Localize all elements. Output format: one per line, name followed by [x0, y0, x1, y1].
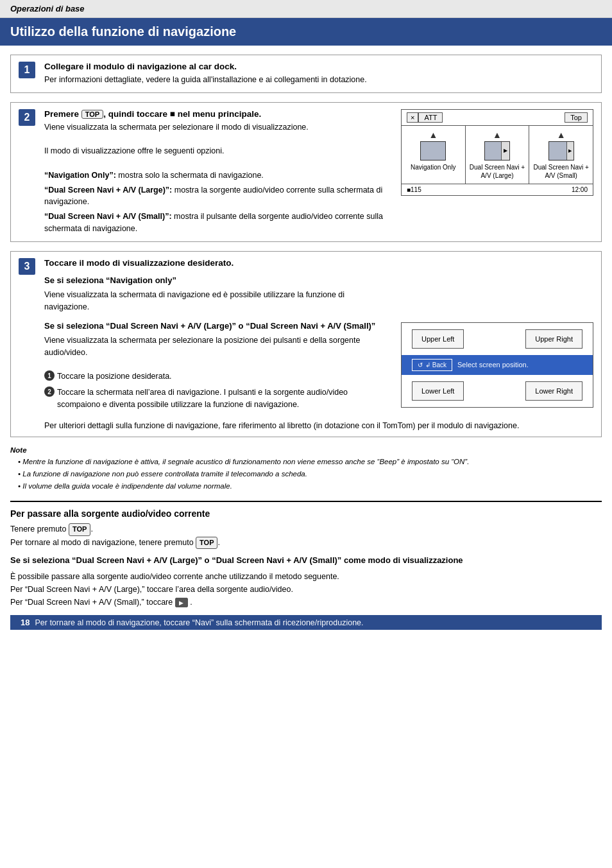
circle-item-2: 2 Toccare la schermata nell’area di navi…: [44, 386, 391, 411]
diag-mode-dual-large[interactable]: ▲ ▶ Dual Screen Navi + A/V (Large): [466, 126, 530, 184]
pos-middle-row: ↺ ↲ Back Select screen position.: [402, 355, 593, 375]
lower-right-btn[interactable]: Lower Right: [525, 381, 582, 401]
small-icon: ▶: [175, 598, 188, 607]
back-btn[interactable]: ↺ ↲ Back: [412, 359, 452, 371]
step-1-title: Collegare il modulo di navigazione al ca…: [44, 62, 593, 71]
top-badge-2: TOP: [69, 523, 90, 536]
sub-title-nav-only: Se si seleziona “Navigation only”: [44, 274, 391, 287]
step-2-text: Premere TOP, quindi toccare ■ nel menu p…: [44, 109, 391, 235]
per-passare-dual-small: Per “Dual Screen Navi + A/V (Small),” to…: [10, 596, 602, 609]
upper-right-btn[interactable]: Upper Right: [525, 329, 582, 349]
dual-small-label: Dual Screen Navi + A/V (Small): [532, 163, 590, 180]
note-title: Note: [10, 446, 602, 454]
diag-mode-dual-small[interactable]: ▲ ▶ Dual Screen Navi + A/V (Small): [529, 126, 593, 184]
step-1-body: Per informazioni dettagliate, vedere la …: [44, 74, 593, 86]
step-3-number: 3: [19, 258, 35, 275]
diag-modes-row: ▲ Navigation Only ▲: [402, 126, 593, 184]
step-1-content: Collegare il modulo di navigazione al ca…: [44, 62, 593, 86]
diag-top-bar: × ATT Top: [402, 110, 593, 126]
dual-small-icon: ▶: [548, 141, 574, 161]
step-2-diagram: × ATT Top ▲ N: [401, 109, 593, 235]
select-text: Select screen position.: [457, 361, 529, 369]
diag-close-btn[interactable]: ×: [407, 112, 418, 123]
step-2-intro: Viene visualizzata la schermata per sele…: [44, 121, 391, 134]
step-2: 2 Premere TOP, quindi toccare ■ nel menu…: [10, 102, 602, 242]
pos-top-row: Upper Left Upper Right: [402, 323, 593, 355]
per-passare-bold: Se si seleziona “Dual Screen Navi + A/V …: [10, 554, 602, 568]
header-title: Utilizzo della funzione di navigazione: [0, 18, 612, 46]
per-passare-dual-large: Per “Dual Screen Navi + A/V (Large),” to…: [10, 583, 602, 596]
nav-only-label: Navigation Only: [404, 163, 463, 171]
note-section: Note Mentre la funzione di navigazione è…: [10, 446, 602, 492]
step-3: 3 Toccare il modo di visualizzazione des…: [10, 251, 602, 437]
bottom-bar: 18 Per tornare al modo di navigazione, t…: [10, 615, 602, 630]
subtitle-text: Operazioni di base: [10, 4, 85, 13]
main-content: 1 Collegare il modulo di navigazione al …: [0, 55, 612, 640]
diag-top-btn[interactable]: Top: [565, 112, 588, 123]
last-line-text: Per tornare al modo di navigazione, tocc…: [35, 618, 363, 627]
step-3-body: Se si seleziona “Navigation only” Viene …: [44, 274, 391, 411]
step-1: 1 Collegare il modulo di navigazione al …: [10, 55, 602, 93]
step-3-footer: Per ulteriori dettagli sulla funzione di…: [44, 421, 593, 430]
display-diagram: × ATT Top ▲ N: [401, 109, 593, 196]
note-item-2: La funzione di navigazione non può esser…: [10, 469, 602, 480]
page-number: 18: [21, 618, 30, 627]
step-2-number: 2: [19, 109, 35, 126]
per-passare-line2: Per tornare al modo di navigazione, tene…: [10, 536, 602, 550]
dual-small-arrow: ▲: [532, 130, 590, 140]
note-item-3: Il volume della guida vocale è indipende…: [10, 481, 602, 492]
circle-2: 2: [44, 386, 55, 397]
dual-small-prefix: Per “Dual Screen Navi + A/V (Small),” to…: [10, 598, 173, 607]
dual-large-label: Dual Screen Navi + A/V (Large): [468, 163, 527, 180]
dual-large-icon: ▶: [484, 141, 510, 161]
circle-1-text: Toccare la posizione desiderata.: [57, 370, 172, 383]
lower-left-btn[interactable]: Lower Left: [412, 381, 464, 401]
step-2-inner: Premere TOP, quindi toccare ■ nel menu p…: [44, 109, 593, 235]
step-2-body: Viene visualizzata la schermata per sele…: [44, 121, 391, 235]
per-passare-line1: Tenere premuto TOP.: [10, 523, 602, 536]
per-passare-body: Tenere premuto TOP. Per tornare al modo …: [10, 523, 602, 609]
note-item-1: Mentre la funzione di navigazione è atti…: [10, 456, 602, 467]
circle-1: 1: [44, 370, 55, 381]
back-btn-label: ↲ Back: [425, 361, 446, 369]
top-badge: TOP: [81, 110, 103, 119]
per-passare-body-text: È possibile passare alla sorgente audio/…: [10, 570, 602, 583]
nav-only-arrow: ▲: [404, 130, 463, 140]
pos-diagram: Upper Left Upper Right ↺ ↲ Back Select s…: [401, 322, 593, 408]
circle-2-text: Toccare la schermata nell’area di naviga…: [57, 386, 391, 411]
step-2-content: Premere TOP, quindi toccare ■ nel menu p…: [44, 109, 593, 235]
step-2-option1: “Navigation Only”: mostra solo la scherm…: [44, 169, 391, 182]
step-3-title: Toccare il modo di visualizzazione desid…: [44, 258, 391, 268]
title-text: Utilizzo della funzione di navigazione: [10, 24, 236, 39]
back-arrow-icon: ↺: [418, 361, 423, 369]
step-3-inner: Toccare il modo di visualizzazione desid…: [44, 258, 593, 415]
step-3-diagram: Upper Left Upper Right ↺ ↲ Back Select s…: [401, 322, 593, 415]
step-3-content: Toccare il modo di visualizzazione desid…: [44, 258, 593, 430]
diag-bottom-bar: ■115 12:00: [402, 184, 593, 195]
pos-bottom-row: Lower Left Lower Right: [402, 375, 593, 407]
diag-signal: ■115: [407, 186, 421, 193]
circle-item-1: 1 Toccare la posizione desiderata.: [44, 370, 391, 383]
dual-small-suffix: .: [190, 598, 192, 607]
diag-time: 12:00: [572, 186, 588, 193]
diag-att-btn[interactable]: ATT: [418, 112, 443, 123]
step-2-title: Premere TOP, quindi toccare ■ nel menu p…: [44, 109, 391, 119]
sub2-body: Viene visualizzata la schermata per sele…: [44, 334, 391, 359]
diag-mode-nav-only[interactable]: ▲ Navigation Only: [402, 126, 466, 184]
upper-left-btn[interactable]: Upper Left: [412, 329, 464, 349]
per-passare-title: Per passare alla sorgente audio/video co…: [10, 508, 602, 519]
sub1-body: Viene visualizzata la schermata di navig…: [44, 289, 391, 313]
step-2-options-intro: Il modo di visualizzazione offre le segu…: [44, 145, 391, 157]
step-1-number: 1: [19, 62, 35, 78]
sub-title-dual: Se si seleziona “Dual Screen Navi + A/V …: [44, 320, 391, 333]
dual-large-arrow: ▲: [468, 130, 527, 140]
top-badge-3: TOP: [196, 537, 217, 550]
step-2-option3: “Dual Screen Navi + A/V (Small)”: mostra…: [44, 211, 391, 235]
nav-only-icon: [420, 141, 446, 161]
step-2-option2: “Dual Screen Navi + A/V (Large)”: mostra…: [44, 184, 391, 209]
page-wrapper: Operazioni di base Utilizzo della funzio…: [0, 0, 612, 640]
per-passare-section: Per passare alla sorgente audio/video co…: [10, 501, 602, 609]
step-3-text: Toccare il modo di visualizzazione desid…: [44, 258, 391, 415]
header-subtitle: Operazioni di base: [0, 0, 612, 18]
